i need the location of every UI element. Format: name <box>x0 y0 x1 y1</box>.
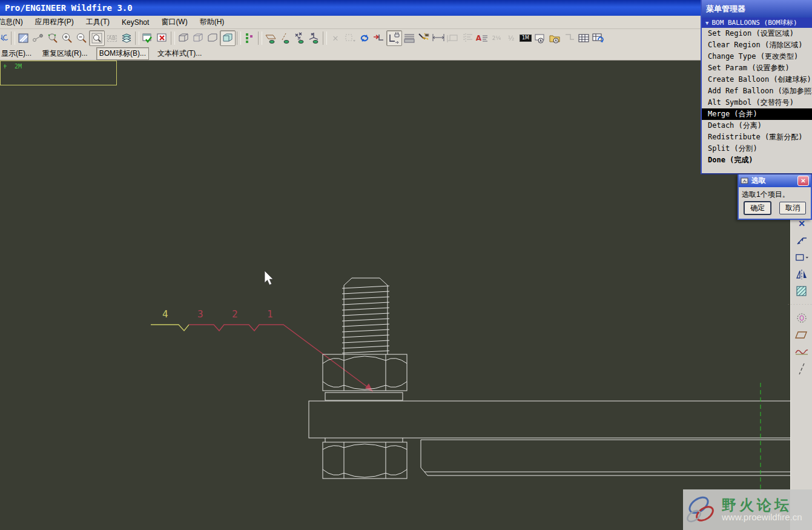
toolbar-separator <box>11 31 15 45</box>
ok-button[interactable]: 确定 <box>744 202 771 214</box>
balloon-3[interactable]: 3 <box>197 308 203 320</box>
select-dialog-icon <box>741 177 749 185</box>
close-icon[interactable]: ✕ <box>797 176 809 186</box>
lock-view-icon[interactable] <box>386 30 402 46</box>
centerline-tool-icon[interactable] <box>794 362 809 376</box>
menu-item-split[interactable]: Split (分割) <box>702 143 812 154</box>
menu-item-done[interactable]: Done (完成) <box>702 154 812 166</box>
window-title: Pro/ENGINEER Wildfire 3.0 <box>5 3 133 13</box>
datum-toggles-icon[interactable] <box>242 31 257 45</box>
plane-display-icon[interactable] <box>263 31 278 45</box>
menu-manager-titlebar[interactable]: 菜单管理器 <box>702 0 812 18</box>
axis-display-icon[interactable] <box>278 31 292 45</box>
rect-tool-icon[interactable] <box>794 251 809 264</box>
menu-item-detach[interactable]: Detach (分离) <box>702 120 812 131</box>
frame-icon[interactable] <box>446 31 460 45</box>
menu-applications[interactable]: 应用程序(P) <box>35 17 74 27</box>
cancel-button[interactable]: 取消 <box>779 202 806 214</box>
regenerate-icon[interactable] <box>357 31 372 45</box>
select-region-icon[interactable] <box>343 31 357 45</box>
point-display-icon[interactable] <box>292 31 307 45</box>
select-dialog-title: 选取 <box>751 176 797 186</box>
tolerance-mode-icon[interactable]: 1M <box>518 31 533 45</box>
text-style-button[interactable]: 文本样式(T)... <box>155 48 204 59</box>
update-view-icon[interactable] <box>372 31 386 45</box>
dimension-icon[interactable] <box>431 31 446 45</box>
note-balloon-icon[interactable] <box>533 31 547 45</box>
shaded-icon[interactable] <box>220 30 236 46</box>
revolve-tool-icon[interactable] <box>794 311 809 325</box>
toolbar-separator <box>258 31 262 45</box>
delete-icon[interactable]: ✕ <box>328 31 343 45</box>
refit-icon[interactable] <box>89 30 105 46</box>
menu-manager-panel: 菜单管理器 ▼ BOM BALLOONS (BOM球标) Set Region … <box>701 0 812 174</box>
watermark-site-name: 野火论坛 <box>722 497 802 512</box>
hidden-line-icon[interactable] <box>191 31 205 45</box>
chamfer-leader-icon[interactable] <box>794 234 809 247</box>
menu-item-clear-region[interactable]: Clear Region (清除区域) <box>702 39 812 51</box>
spin-center-icon[interactable] <box>31 31 45 45</box>
parallelogram-tool-icon[interactable] <box>794 328 809 342</box>
main-toolbar: AB <box>0 29 812 47</box>
balloon-1[interactable]: 1 <box>267 308 273 320</box>
bom-balloon-button[interactable]: BOM球标(B)... <box>96 47 149 60</box>
menu-item-alt-symbol[interactable]: Alt Symbol (交替符号) <box>702 97 812 108</box>
hatch-tool-icon[interactable] <box>794 285 809 298</box>
balloon-labels: 4 3 2 1 <box>162 308 273 320</box>
watermark-site-url: www.proewildfire.cn <box>722 512 802 522</box>
align-icon[interactable] <box>460 31 475 45</box>
close-window-icon[interactable] <box>155 31 170 45</box>
select-dialog-titlebar[interactable]: 选取 ✕ <box>739 174 811 187</box>
repeat-region-button[interactable]: 重复区域(R)... <box>40 48 90 59</box>
sheet-scale-text: 2M <box>15 63 22 70</box>
menu-info[interactable]: 信息(N) <box>0 17 23 27</box>
menu-item-add-ref-balloon[interactable]: Add Ref Balloon (添加参照球标) <box>702 85 812 97</box>
balloon-2[interactable]: 2 <box>232 308 238 320</box>
menu-item-merge[interactable]: Merge (合并) <box>702 108 812 120</box>
menu-item-change-type[interactable]: Change Type (更改类型) <box>702 51 812 62</box>
folder-balloon-icon[interactable] <box>547 31 562 45</box>
menu-item-redistribute[interactable]: Redistribute (重新分配) <box>702 131 812 143</box>
menu-manager-title: 菜单管理器 <box>706 4 745 15</box>
menu-keyshot[interactable]: KeyShot <box>122 18 149 27</box>
display-button[interactable]: 显示(E)... <box>0 48 34 59</box>
csys-display-icon[interactable] <box>307 31 322 45</box>
balloon-4[interactable]: 4 <box>162 308 168 320</box>
menu-help[interactable]: 帮助(H) <box>200 17 225 27</box>
mirror-tool-icon[interactable] <box>794 268 809 281</box>
toolbar-separator: ·········· <box>788 302 812 308</box>
sheet-corner: 2M <box>1 61 117 85</box>
table-lines-icon[interactable] <box>402 31 417 45</box>
spline-tool-icon[interactable] <box>794 345 809 359</box>
title-bar[interactable]: Pro/ENGINEER Wildfire 3.0 <box>0 0 812 16</box>
zoom-orbit-icon[interactable] <box>45 31 60 45</box>
table-refresh-icon[interactable] <box>591 31 606 45</box>
accept-window-icon[interactable] <box>140 31 155 45</box>
table-icon[interactable] <box>576 31 591 45</box>
cleanup-dims-icon[interactable] <box>417 31 431 45</box>
forum-logo-icon <box>683 492 721 528</box>
repaint-icon[interactable] <box>16 31 31 45</box>
bom-balloons-menu-header[interactable]: ▼ BOM BALLOONS (BOM球标) <box>702 18 812 28</box>
fraction-icon[interactable]: ½ <box>504 31 518 45</box>
wireframe-icon[interactable] <box>176 31 191 45</box>
rename-icon[interactable]: AB <box>105 31 119 45</box>
menu-tools[interactable]: 工具(T) <box>86 17 110 27</box>
bolt-drawing <box>309 278 791 479</box>
menu-item-set-region[interactable]: Set Region (设置区域) <box>702 28 812 39</box>
drawing-canvas[interactable]: 2M 4 3 2 1 <box>0 61 812 530</box>
text-style-icon[interactable]: A <box>475 31 489 45</box>
corner-tool-icon[interactable] <box>562 31 576 45</box>
dim-tolerance-icon[interactable]: 2¼ <box>489 31 504 45</box>
menu-window[interactable]: 窗口(W) <box>161 17 187 27</box>
zoom-out-icon[interactable] <box>74 31 89 45</box>
view-previous-icon[interactable] <box>0 31 10 45</box>
balloon-leader <box>151 325 373 392</box>
caret-down-icon: ▼ <box>705 20 708 26</box>
zoom-in-icon[interactable] <box>60 31 74 45</box>
menu-item-set-param[interactable]: Set Param (设置参数) <box>702 62 812 74</box>
menu-item-create-balloon[interactable]: Create Balloon (创建球标) <box>702 74 812 85</box>
no-hidden-icon[interactable] <box>205 31 220 45</box>
layers-icon[interactable] <box>119 31 134 45</box>
proe-window: Pro/ENGINEER Wildfire 3.0 信息(N) 应用程序(P) … <box>0 0 812 530</box>
